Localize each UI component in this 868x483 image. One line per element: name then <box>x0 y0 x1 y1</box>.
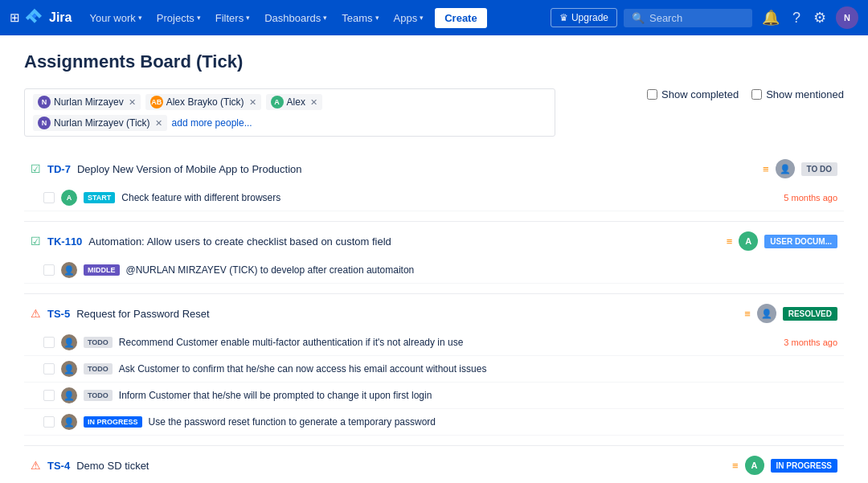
remove-filter-nurlan-tick[interactable]: ✕ <box>155 118 162 129</box>
priority-medium-icon: ≡ <box>732 460 739 472</box>
notifications-icon[interactable]: 🔔 <box>759 6 783 30</box>
settings-icon[interactable]: ⚙ <box>810 6 829 30</box>
subtask-status-badge: TODO <box>84 337 113 348</box>
filter-right: Show completed Show mentioned <box>647 88 844 100</box>
subtask-avatar: A <box>61 190 77 206</box>
chevron-down-icon: ▾ <box>420 14 424 22</box>
filter-tags-container: N Nurlan Mirzayev ✕ AB Alex Brayko (Tick… <box>24 88 555 137</box>
search-icon: 🔍 <box>632 12 645 24</box>
filter-tag-alex: A Alex ✕ <box>266 94 322 110</box>
filter-tag-nurlan-tick: N Nurlan Mirzayev (Tick) ✕ <box>33 115 167 131</box>
show-completed-checkbox[interactable] <box>647 89 657 100</box>
subtask-TK-110-0[interactable]: 👤 MIDDLE @NURLAN MIRZAYEV (TICK) to deve… <box>24 257 844 284</box>
show-mentioned-checkbox[interactable] <box>751 89 762 100</box>
subtask-text: Check feature with different browsers <box>121 192 777 203</box>
task-section-TK-110: ☑ TK-110 Automation: Allow users to crea… <box>24 225 844 284</box>
chevron-down-icon: ▾ <box>323 14 327 22</box>
task-section-TS-4: ⚠ TS-4 Demo SD ticket ≡ A IN PROGRESS 👤 … <box>24 449 844 483</box>
subtask-avatar-photo: 👤 <box>61 361 77 377</box>
parent-task-TS-5[interactable]: ⚠ TS-5 Request for Password Reset ≡ 👤 RE… <box>24 297 844 330</box>
help-icon[interactable]: ? <box>789 6 804 30</box>
subtask-TS-5-1[interactable]: 👤 TODO Ask Customer to confirm that he/s… <box>24 356 844 383</box>
user-avatar[interactable]: N <box>836 6 858 29</box>
task-section-TS-5: ⚠ TS-5 Request for Password Reset ≡ 👤 RE… <box>24 297 844 436</box>
priority-medium-icon: ≡ <box>763 163 769 175</box>
subtask-text: Use the password reset function to gener… <box>149 416 837 428</box>
parent-task-TS-4[interactable]: ⚠ TS-4 Demo SD ticket ≡ A IN PROGRESS <box>24 449 844 481</box>
topnav: ⊞ Jira Your work ▾ Projects ▾ Filters ▾ … <box>0 0 868 35</box>
show-mentioned-label[interactable]: Show mentioned <box>751 88 844 100</box>
task-list: ☑ TD-7 Deploy New Version of Mobile App … <box>24 153 844 483</box>
chevron-down-icon: ▾ <box>246 14 250 22</box>
subtask-checkbox[interactable] <box>43 363 55 375</box>
parent-key-TD-7[interactable]: TD-7 <box>47 163 71 175</box>
parent-summary-TD-7: Deploy New Version of Mobile App to Prod… <box>77 163 302 175</box>
priority-medium-icon: ≡ <box>744 308 751 320</box>
filter-tag-avatar-nurlan: N <box>38 96 51 108</box>
parent-avatar: 👤 <box>757 304 776 323</box>
subtask-avatar-photo: 👤 <box>61 262 77 278</box>
subtask-checkbox[interactable] <box>43 337 55 348</box>
subtask-text: Ask Customer to confirm that he/she can … <box>119 363 837 375</box>
search-box[interactable]: 🔍 Search <box>624 9 752 27</box>
subtask-avatar-photo: 👤 <box>61 334 77 350</box>
upgrade-button[interactable]: ♛ Upgrade <box>551 8 617 27</box>
subtask-time: 5 months ago <box>784 193 837 203</box>
chevron-down-icon: ▾ <box>197 14 201 22</box>
story-icon: ☑ <box>31 162 41 175</box>
subtask-checkbox[interactable] <box>43 390 55 401</box>
parent-status-TS-4: IN PROGRESS <box>771 459 837 473</box>
remove-filter-alex[interactable]: ✕ <box>310 97 317 108</box>
subtask-TS-5-0[interactable]: 👤 TODO Recommend Customer enable multi-f… <box>24 330 844 356</box>
grid-icon[interactable]: ⊞ <box>10 10 20 25</box>
nav-teams[interactable]: Teams ▾ <box>335 9 385 27</box>
page-title: Assignments Board (Tick) <box>24 51 844 72</box>
subtask-TD-7-0[interactable]: A START Check feature with different bro… <box>24 185 844 211</box>
parent-avatar: A <box>739 231 758 251</box>
nav-apps[interactable]: Apps ▾ <box>387 9 431 27</box>
subtask-status-badge: TODO <box>84 363 113 375</box>
subtask-status-badge: START <box>84 192 115 203</box>
chevron-down-icon: ▾ <box>375 14 379 22</box>
parent-task-TD-7[interactable]: ☑ TD-7 Deploy New Version of Mobile App … <box>24 153 844 185</box>
parent-summary-TS-5: Request for Password Reset <box>76 308 209 320</box>
crown-icon: ♛ <box>559 12 568 23</box>
parent-key-TK-110[interactable]: TK-110 <box>47 235 82 248</box>
parent-avatar: A <box>745 456 764 475</box>
parent-status-TD-7: TO DO <box>801 162 837 176</box>
show-completed-label[interactable]: Show completed <box>647 88 739 100</box>
remove-filter-nurlan[interactable]: ✕ <box>129 97 136 108</box>
nav-your-work[interactable]: Your work ▾ <box>83 9 148 27</box>
page-content: Assignments Board (Tick) N Nurlan Mirzay… <box>0 35 868 483</box>
parent-key-TS-4[interactable]: TS-4 <box>47 460 70 472</box>
subtask-checkbox[interactable] <box>43 192 55 203</box>
subtask-TS-5-3[interactable]: 👤 IN PROGRESS Use the password reset fun… <box>24 409 844 436</box>
filter-tag-avatar-alex: A <box>271 96 284 108</box>
bug-icon: ⚠ <box>31 459 41 472</box>
filter-tag-nurlan: N Nurlan Mirzayev ✕ <box>33 94 141 110</box>
bug-icon: ⚠ <box>31 307 41 320</box>
subtask-TS-5-2[interactable]: 👤 TODO Inform Customer that he/she will … <box>24 383 844 409</box>
subtask-text: Inform Customer that he/she will be prom… <box>119 390 837 401</box>
remove-filter-alex-brayko[interactable]: ✕ <box>249 97 256 108</box>
nav-dashboards[interactable]: Dashboards ▾ <box>258 9 334 27</box>
nav-projects[interactable]: Projects ▾ <box>150 9 207 27</box>
subtask-checkbox[interactable] <box>43 416 55 428</box>
add-more-people[interactable]: add more people... <box>172 117 252 129</box>
priority-medium-icon: ≡ <box>727 235 733 248</box>
create-button[interactable]: Create <box>435 8 486 28</box>
subtask-checkbox[interactable] <box>43 264 55 276</box>
parent-status-TK-110: USER DOCUM... <box>764 235 837 248</box>
nav-filters[interactable]: Filters ▾ <box>209 9 256 27</box>
subtask-time: 3 months ago <box>784 338 837 347</box>
parent-key-TS-5[interactable]: TS-5 <box>47 308 70 320</box>
parent-avatar: 👤 <box>776 159 795 178</box>
task-section-TD-7: ☑ TD-7 Deploy New Version of Mobile App … <box>24 153 844 211</box>
subtask-status-badge: IN PROGRESS <box>84 416 142 428</box>
subtask-avatar-photo: 👤 <box>61 387 77 403</box>
subtask-text: Recommend Customer enable multi-factor a… <box>119 337 778 348</box>
parent-task-TK-110[interactable]: ☑ TK-110 Automation: Allow users to crea… <box>24 225 844 257</box>
section-divider <box>24 445 844 446</box>
subtask-avatar-photo: 👤 <box>61 414 77 430</box>
jira-logo[interactable]: Jira <box>25 8 72 27</box>
